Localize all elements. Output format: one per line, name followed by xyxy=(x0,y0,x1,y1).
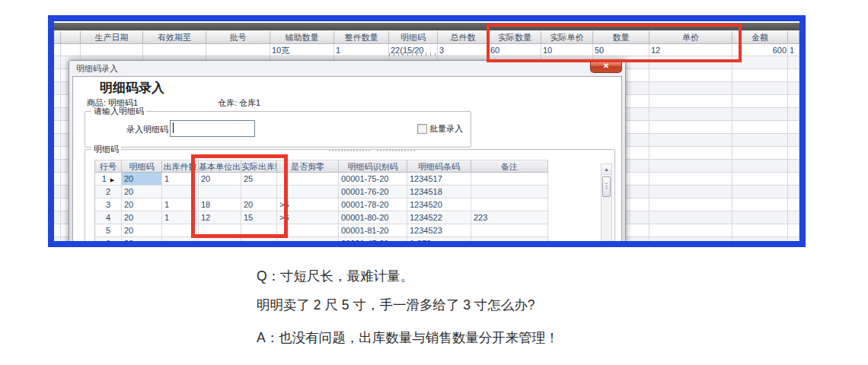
screenshot-frame: 生产日期有效期至批号辅助数量整件数量明细码总件数实际数量实际单价数量单价金额 1… xyxy=(48,15,806,247)
detail-code-input[interactable] xyxy=(170,120,255,137)
top-table-cell[interactable]: 10克 xyxy=(270,44,334,56)
selected-row-marker-icon: ▶ xyxy=(110,177,114,182)
dialog-grid-cell[interactable] xyxy=(471,198,548,211)
dialog-grid-column-header[interactable]: 明细码识别码 xyxy=(339,160,407,173)
top-table-column-header xyxy=(54,31,61,43)
dialog-grid-cell[interactable]: 00001-47-20 xyxy=(339,237,407,241)
dialog-grid-header-row: 行号明细码出库件数基本单位出实际出库数是否剪零明细码识别码明细码条码备注 xyxy=(95,160,549,173)
close-icon[interactable]: ✕ xyxy=(590,61,622,73)
top-table-cell xyxy=(206,44,270,56)
dialog-grid-cell[interactable]: 00001-80-20 xyxy=(339,211,407,224)
dialog-title-bar[interactable]: 明细码录入 xyxy=(69,61,625,78)
input-group-label: 请输入明细码 xyxy=(91,106,146,116)
detail-code-entry-dialog: 明细码录入 ✕ 明细码录入 商品: 明细码1 仓库: 仓库1 请输入明细码 录入… xyxy=(69,60,626,241)
dialog-grid-cell[interactable] xyxy=(471,173,548,186)
dotted-artifact xyxy=(329,149,371,151)
dialog-grid-cell[interactable]: 00001-76-20 xyxy=(339,186,407,198)
dialog-grid-row[interactable]: 22000001-76-201234518 xyxy=(95,186,549,198)
scrollbar-thumb[interactable] xyxy=(602,176,611,197)
dialog-grid-cell[interactable] xyxy=(471,237,548,241)
top-table-cell[interactable]: 3 xyxy=(438,44,489,56)
top-table-column-header[interactable]: 有效期至 xyxy=(143,31,206,43)
top-table-column-header xyxy=(61,31,81,43)
top-table-column-header[interactable]: 辅助数量 xyxy=(270,31,334,43)
dialog-grid-cell[interactable]: 1-072 xyxy=(407,237,471,241)
scroll-up-icon[interactable]: ▲ xyxy=(602,164,611,175)
batch-entry-label: 批量录入 xyxy=(429,123,463,135)
top-table-column-header[interactable]: 批号 xyxy=(206,31,270,43)
app-screenshot: 生产日期有效期至批号辅助数量整件数量明细码总件数实际数量实际单价数量单价金额 1… xyxy=(54,21,799,241)
caption-answer-line: A：也没有问题，出库数量与销售数量分开来管理！ xyxy=(257,328,559,347)
dialog-grid-cell[interactable]: 20 xyxy=(122,186,162,198)
dialog-grid-cell[interactable]: 4 xyxy=(95,211,122,224)
dialog-grid-row[interactable]: 42011215>600001-80-201234522223 xyxy=(95,211,549,224)
dialog-heading: 明细码录入 xyxy=(100,79,164,97)
column-tick-marks xyxy=(389,52,438,56)
entry-field-label: 录入明细码 xyxy=(126,124,168,135)
dialog-grid-cell[interactable]: 20 xyxy=(122,211,162,224)
dialog-grid-cell[interactable]: 1234517 xyxy=(407,173,471,186)
dialog-grid-cell[interactable] xyxy=(471,224,548,237)
dialog-grid-cell[interactable]: 223 xyxy=(471,211,548,224)
dialog-grid-row[interactable]: 32011820>600001-78-201234520 xyxy=(95,198,549,211)
dialog-grid-cell[interactable]: 00001-75-20 xyxy=(339,173,407,186)
warehouse-label: 仓库: 仓库1 xyxy=(218,97,260,109)
caption-question-line2: 明明卖了 2 尺 5 寸，手一滑多给了 3 寸怎么办? xyxy=(257,296,559,314)
dialog-grid-cell[interactable]: 1234520 xyxy=(407,198,471,211)
dotted-artifact xyxy=(377,149,415,151)
detail-grid-group-label: 明细码 xyxy=(91,144,121,154)
dialog-grid-cell[interactable]: 20 xyxy=(122,224,162,237)
caption-question-line1: Q：寸短尺长，最难计量。 xyxy=(257,267,559,285)
dialog-grid-cell[interactable]: 20 xyxy=(122,198,162,211)
dialog-grid-cell[interactable]: 2 xyxy=(95,186,122,198)
top-table-cell[interactable]: 1 xyxy=(788,44,799,56)
top-table-column-header[interactable]: 明细码 xyxy=(389,31,438,43)
dialog-grid-cell[interactable]: 1234523 xyxy=(407,224,471,237)
top-table-column-header[interactable]: 总件数 xyxy=(438,31,489,43)
highlight-red-box-grid xyxy=(191,154,288,238)
top-table-cell xyxy=(54,44,61,56)
top-table-cell xyxy=(81,44,143,56)
dialog-grid-cell[interactable]: 00001-81-20 xyxy=(339,224,407,237)
dialog-grid-cell[interactable]: 1234518 xyxy=(407,186,471,198)
top-table-column-header[interactable]: 生产日期 xyxy=(81,31,143,43)
highlight-red-box-columns xyxy=(487,24,742,62)
top-table-column-header[interactable]: 整件数量 xyxy=(334,31,389,43)
dialog-grid-row[interactable]: 62000001-47-201-072 xyxy=(95,237,549,241)
dialog-grid-column-header[interactable]: 备注 xyxy=(471,160,548,173)
batch-entry-checkbox[interactable] xyxy=(417,124,427,134)
top-table-column-header xyxy=(788,31,799,43)
dialog-grid-column-header[interactable]: 明细码 xyxy=(122,160,162,173)
caption-text: Q：寸短尺长，最难计量。 明明卖了 2 尺 5 寸，手一滑多给了 3 寸怎么办?… xyxy=(257,267,559,347)
input-group-box: 请输入明细码 录入明细码 批量录入 xyxy=(85,111,471,148)
detail-code-grid: 行号明细码出库件数基本单位出实际出库数是否剪零明细码识别码明细码条码备注1▶20… xyxy=(94,160,549,241)
page: 生产日期有效期至批号辅助数量整件数量明细码总件数实际数量实际单价数量单价金额 1… xyxy=(0,0,868,365)
top-table-cell xyxy=(61,44,81,56)
scrollbar-grip xyxy=(605,183,608,189)
dialog-grid-cell[interactable]: 20 xyxy=(122,173,162,186)
dialog-grid-cell[interactable] xyxy=(471,186,548,198)
dialog-grid-cell[interactable]: 5 xyxy=(95,224,122,237)
text-caret xyxy=(173,122,174,133)
grid-scrollbar[interactable]: ▲ xyxy=(601,163,612,241)
dialog-grid-cell[interactable]: 00001-78-20 xyxy=(339,198,407,211)
detail-grid-group-box: 明细码 行号明细码出库件数基本单位出实际出库数是否剪零明细码识别码明细码条码备注… xyxy=(85,149,615,241)
dialog-grid-row[interactable]: 1▶201202500001-75-201234517 xyxy=(95,173,549,186)
dialog-grid-cell[interactable]: 20 xyxy=(122,237,162,241)
dialog-grid-cell[interactable]: 1▶ xyxy=(95,173,122,186)
top-table-cell[interactable]: 1 xyxy=(334,44,389,56)
top-table-cell xyxy=(143,44,206,56)
dialog-grid-cell[interactable]: 1234522 xyxy=(407,211,471,224)
dialog-grid-cell[interactable]: 3 xyxy=(95,198,122,211)
dialog-body: 明细码录入 商品: 明细码1 仓库: 仓库1 请输入明细码 录入明细码 批量录入… xyxy=(72,76,622,241)
dialog-grid-column-header[interactable]: 明细码条码 xyxy=(407,160,471,173)
dialog-grid-column-header[interactable]: 行号 xyxy=(95,160,122,173)
dialog-grid-cell[interactable]: 6 xyxy=(95,237,122,241)
dialog-grid-row[interactable]: 52000001-81-201234523 xyxy=(95,224,549,237)
